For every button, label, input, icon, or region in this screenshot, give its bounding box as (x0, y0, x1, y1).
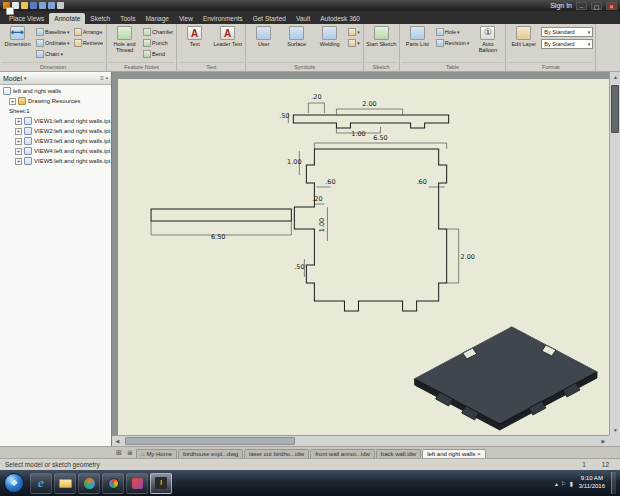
expander-icon[interactable]: + (15, 148, 22, 155)
panel-label-text[interactable]: Text (179, 62, 243, 71)
panel-label-feature-notes[interactable]: Feature Notes (109, 62, 174, 71)
panel-label-symbols[interactable]: Symbols (248, 62, 361, 71)
tab-grid-icon[interactable]: ⊞ (114, 447, 124, 458)
vertical-scroll-thumb[interactable] (611, 85, 619, 133)
ribbon-tab-tools[interactable]: Tools (115, 13, 140, 24)
document-tab[interactable]: laser cut birdho...idw (244, 449, 309, 458)
open-file-icon[interactable] (21, 2, 28, 9)
maximize-button[interactable]: ▢ (591, 2, 602, 10)
ribbon-tab-sketch[interactable]: Sketch (85, 13, 115, 24)
close-tab-icon[interactable]: × (477, 451, 481, 457)
taskbar-app-paint[interactable] (126, 473, 148, 494)
tree-item-view[interactable]: +VIEW4:left and right walls.ipt (0, 146, 111, 156)
chevron-down-icon[interactable]: ▾ (24, 75, 27, 81)
taskbar-app-inventor[interactable]: I (150, 473, 172, 494)
tree-item-document[interactable]: left and right walls (0, 86, 111, 96)
start-sketch-button[interactable]: Start Sketch (366, 25, 397, 62)
chevron-down-icon[interactable]: ▾ (588, 41, 591, 47)
network-icon[interactable]: ▮ (569, 480, 572, 487)
drawing-canvas[interactable]: .202.00.501.006.501.00.60.60.206.501.00.… (118, 79, 609, 435)
baseline-button[interactable]: Baseline ▾ (35, 26, 71, 37)
tree-item-sheet[interactable]: Sheet:1 (0, 106, 111, 116)
ribbon-tab-autodesk-360[interactable]: Autodesk 360 (315, 13, 365, 24)
drawing-sheet[interactable]: .202.00.501.006.501.00.60.60.206.501.00.… (118, 79, 609, 435)
ordinate-button[interactable]: Ordinate ▾ (35, 37, 71, 48)
panel-label-format[interactable]: Format (508, 62, 593, 71)
document-tab[interactable]: left and right walls× (422, 449, 486, 458)
ribbon-tab-manage[interactable]: Manage (140, 13, 174, 24)
close-button[interactable]: ✕ (606, 2, 617, 10)
expander-icon[interactable]: + (15, 138, 22, 145)
taskbar-app-internet-explorer[interactable]: e (30, 473, 52, 494)
document-tab[interactable]: ⌂My Home (136, 449, 177, 458)
chevron-down-icon[interactable]: ▾ (588, 29, 591, 35)
surface-symbol-button[interactable]: Surface (281, 25, 312, 62)
taskbar-app-chrome[interactable] (102, 473, 124, 494)
chevron-down-icon[interactable]: ▾ (457, 29, 460, 35)
start-button[interactable]: ❖ (4, 473, 24, 493)
scroll-right-icon[interactable]: ▶ (598, 436, 609, 447)
expander-icon[interactable]: + (15, 128, 22, 135)
dimension-button[interactable]: ⟷ Dimension (2, 25, 33, 62)
caterpillar-button[interactable]: ▾ (347, 26, 361, 37)
show-hidden-icons[interactable]: ▴ (555, 480, 558, 487)
tree-item-drawing-resources[interactable]: + Drawing Resources (0, 96, 111, 106)
punch-button[interactable]: Punch (142, 37, 174, 48)
leader-text-button[interactable]: A Leader Text (212, 25, 243, 62)
print-icon[interactable] (57, 2, 64, 9)
chamfer-button[interactable]: Chamfer (142, 26, 174, 37)
horizontal-scroll-thumb[interactable] (125, 437, 295, 445)
ribbon-tab-get-started[interactable]: Get Started (248, 13, 291, 24)
panel-label-sketch[interactable]: Sketch (366, 62, 397, 71)
chevron-down-icon[interactable]: ▾ (67, 40, 70, 46)
scroll-left-icon[interactable]: ◀ (112, 436, 123, 447)
revision-button[interactable]: Revision ▾ (435, 37, 471, 48)
tab-list-icon[interactable]: ≣ (125, 447, 135, 458)
retrieve-button[interactable]: Retrieve (73, 37, 104, 48)
tree-item-view[interactable]: +VIEW2:left and right walls.ipt (0, 126, 111, 136)
chain-button[interactable]: Chain ▾ (35, 48, 71, 59)
bend-button[interactable]: Bend (142, 48, 174, 59)
browser-pin-icon[interactable]: ▪ (106, 75, 108, 81)
panel-label-table[interactable]: Table (402, 62, 504, 71)
sign-in-button[interactable]: Sign In (550, 2, 572, 9)
taskbar-app-media-player[interactable] (78, 473, 100, 494)
action-center-icon[interactable]: ⚐ (561, 480, 566, 487)
tree-item-view[interactable]: +VIEW3:left and right walls.ipt (0, 136, 111, 146)
ribbon-tab-vault[interactable]: Vault (291, 13, 315, 24)
expander-icon[interactable]: + (15, 118, 22, 125)
chevron-down-icon[interactable]: ▾ (357, 40, 360, 46)
hole-thread-button[interactable]: Hole and Thread (109, 25, 140, 62)
end-fill-button[interactable]: ▾ (347, 37, 361, 48)
chevron-down-icon[interactable]: ▾ (67, 29, 70, 35)
user-symbol-button[interactable]: User (248, 25, 279, 62)
redo-icon[interactable] (48, 2, 55, 9)
arrange-button[interactable]: Arrange (73, 26, 104, 37)
show-desktop-button[interactable] (611, 472, 616, 494)
tree-item-view[interactable]: +VIEW5:left and right walls.ipt (0, 156, 111, 166)
expander-icon[interactable]: + (15, 158, 22, 165)
ribbon-tab-environments[interactable]: Environments (198, 13, 248, 24)
save-icon[interactable] (30, 2, 37, 9)
scroll-up-icon[interactable]: ▲ (610, 72, 620, 82)
welding-symbol-button[interactable]: Welding (314, 25, 345, 62)
style-select[interactable]: By Standard ▾ (541, 27, 593, 37)
browser-menu-icon[interactable]: ≡ (100, 75, 104, 81)
chevron-down-icon[interactable]: ▾ (357, 29, 360, 35)
tree-item-view[interactable]: +VIEW1:left and right walls.ipt (0, 116, 111, 126)
horizontal-scrollbar[interactable]: ◀ ▶ (112, 435, 609, 446)
text-button[interactable]: A Text (179, 25, 210, 62)
vertical-scrollbar[interactable]: ▲ ▼ (609, 72, 620, 435)
layer-select[interactable]: By Standard ▾ (541, 39, 593, 49)
scroll-down-icon[interactable]: ▼ (610, 425, 620, 435)
taskbar-app-explorer[interactable] (54, 473, 76, 494)
hole-table-button[interactable]: Hole ▾ (435, 26, 471, 37)
document-tab[interactable]: birdhouse expl...dwg (178, 449, 243, 458)
parts-list-button[interactable]: Parts List (402, 25, 433, 62)
chevron-down-icon[interactable]: ▾ (467, 40, 470, 46)
minimize-button[interactable]: – (576, 2, 587, 10)
auto-balloon-button[interactable]: ① Auto Balloon (472, 25, 503, 62)
chevron-down-icon[interactable]: ▾ (60, 51, 63, 57)
taskbar-clock[interactable]: 9:10 AM 3/11/2016 (576, 475, 608, 491)
isometric-view[interactable] (415, 327, 597, 430)
